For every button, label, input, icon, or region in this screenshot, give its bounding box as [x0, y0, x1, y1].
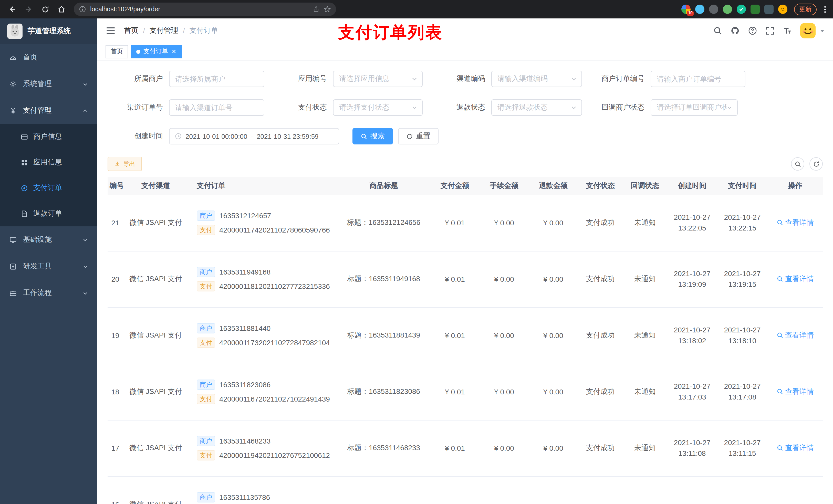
- cell-fee: ¥ 0.00: [479, 195, 529, 251]
- breadcrumb-separator: /: [183, 27, 185, 35]
- extension-icon-8[interactable]: [778, 5, 787, 14]
- close-icon[interactable]: [171, 49, 177, 54]
- filter-create-time: 创建时间 2021-10-01 00:00:00 - 2021-10-31 23…: [108, 128, 339, 144]
- cell-title: [337, 476, 430, 504]
- sidebar-item-app-info[interactable]: 应用信息: [0, 149, 97, 175]
- pay-status-select[interactable]: 请选择支付状态: [333, 99, 423, 116]
- cell-notify: [623, 476, 667, 504]
- breadcrumb: 首页 / 支付管理 / 支付订单: [124, 26, 218, 35]
- extension-icon-5[interactable]: [737, 5, 746, 14]
- col-status: 支付状态: [578, 177, 623, 195]
- refund-status-select[interactable]: 请选择退款状态: [491, 99, 582, 116]
- browser-menu-button[interactable]: [822, 4, 828, 15]
- channel-order-no-input[interactable]: [169, 99, 264, 116]
- refresh-table-button[interactable]: [809, 157, 823, 171]
- help-icon[interactable]: [748, 26, 757, 35]
- channel-code-select[interactable]: 请输入渠道编码: [491, 71, 582, 87]
- search-button[interactable]: 搜索: [353, 128, 393, 144]
- merchant-tag: 商户: [197, 492, 215, 502]
- sidebar-item-system[interactable]: 系统管理: [0, 71, 97, 97]
- merchant-order-no-input[interactable]: [651, 71, 745, 87]
- browser-update-button[interactable]: 更新: [794, 3, 817, 15]
- breadcrumb-item-pay[interactable]: 支付管理: [149, 26, 178, 35]
- hamburger-icon[interactable]: [105, 26, 116, 36]
- cell-create-time: 2021-10-2713:22:05: [667, 195, 717, 251]
- view-detail-link[interactable]: 查看详情: [777, 331, 814, 340]
- user-avatar[interactable]: [800, 23, 815, 39]
- app-logo-row[interactable]: 芋道管理系统: [0, 19, 97, 44]
- merchant-tag: 商户: [197, 380, 215, 390]
- view-detail-link[interactable]: 查看详情: [777, 274, 814, 284]
- share-icon[interactable]: [312, 6, 320, 13]
- sidebar-submenu-pay: 商户信息 应用信息 支付订单 退款订单: [0, 124, 97, 226]
- gear-icon: [9, 80, 17, 88]
- sidebar-item-infra[interactable]: 基础设施: [0, 226, 97, 253]
- extension-icon-1[interactable]: 10: [681, 5, 691, 14]
- extension-icon-4[interactable]: [723, 5, 732, 14]
- reset-button[interactable]: 重置: [398, 128, 438, 144]
- github-icon[interactable]: [731, 26, 740, 35]
- cell-amount: ¥ 0.01: [430, 195, 479, 251]
- sidebar-item-pay[interactable]: 支付管理: [0, 97, 97, 124]
- chevron-down-icon: [571, 76, 577, 82]
- cell-notify: 未通知: [623, 420, 667, 476]
- pay-order-no: 4200001167202110271022491439: [219, 395, 330, 403]
- briefcase-icon: [9, 289, 17, 297]
- browser-refresh-button[interactable]: [38, 2, 52, 16]
- toggle-search-button[interactable]: [791, 157, 804, 171]
- cell-order: 商户1635312124657 支付4200001174202110278060…: [189, 195, 337, 251]
- browser-back-button[interactable]: [5, 2, 20, 16]
- notify-status-select[interactable]: 请选择订单回调商户状态: [651, 99, 738, 116]
- sidebar-item-devtools[interactable]: 研发工具: [0, 253, 97, 280]
- browser-forward-button[interactable]: [22, 2, 36, 16]
- cell-action: 查看详情: [767, 420, 823, 476]
- app-no-select[interactable]: 请选择应用信息: [333, 71, 423, 87]
- sidebar-item-merchant-info[interactable]: 商户信息: [0, 124, 97, 149]
- caret-down-icon[interactable]: [820, 28, 825, 33]
- browser-home-button[interactable]: [54, 2, 69, 16]
- filter-label: 支付状态: [271, 103, 333, 112]
- view-detail-link[interactable]: 查看详情: [777, 387, 814, 397]
- cell-title: 标题：1635311881439: [337, 307, 430, 364]
- view-detail-link[interactable]: 查看详情: [777, 218, 814, 227]
- extension-icon-3[interactable]: [709, 5, 718, 14]
- pay-tag: 支付: [197, 394, 215, 404]
- cell-create-time: 2021-10-2713:19:09: [667, 251, 717, 307]
- merchant-input[interactable]: [169, 71, 264, 87]
- pay-tag: 支付: [197, 281, 215, 291]
- fullscreen-icon[interactable]: [765, 26, 775, 35]
- table-row-partial: 16 微信 JSAPI 支付 商户1635311135786 支付: [108, 476, 823, 504]
- search-icon: [361, 133, 367, 140]
- tab-home[interactable]: 首页: [105, 45, 128, 58]
- address-bar[interactable]: localhost:1024/pay/order: [74, 3, 336, 16]
- cell-status: [578, 476, 623, 504]
- select-placeholder: 请选择订单回调商户状态: [657, 103, 727, 112]
- breadcrumb-item-home[interactable]: 首页: [124, 26, 138, 35]
- extension-icon-7[interactable]: [764, 5, 774, 14]
- sidebar-item-refund-order[interactable]: 退款订单: [0, 201, 97, 226]
- sidebar-item-pay-order[interactable]: 支付订单: [0, 175, 97, 201]
- merchant-tag: 商户: [197, 323, 215, 333]
- sidebar-item-label: 工作流程: [23, 288, 52, 297]
- chevron-down-icon: [82, 264, 88, 269]
- font-size-icon[interactable]: [783, 26, 792, 35]
- cell-refund: ¥ 0.00: [529, 307, 578, 364]
- cell-create-time: 2021-10-2713:18:02: [667, 307, 717, 364]
- bookmark-star-icon[interactable]: [324, 6, 331, 13]
- cell-action: [767, 476, 823, 504]
- extension-icon-6[interactable]: [751, 5, 760, 14]
- tab-pay-order[interactable]: 支付订单: [131, 45, 182, 58]
- sidebar-item-home[interactable]: 首页: [0, 44, 97, 71]
- create-time-range-picker[interactable]: 2021-10-01 00:00:00 - 2021-10-31 23:59:5…: [169, 128, 339, 144]
- sidebar-item-workflow[interactable]: 工作流程: [0, 280, 97, 306]
- cell-action: 查看详情: [767, 195, 823, 251]
- export-button[interactable]: 导出: [108, 157, 142, 171]
- chevron-down-icon: [411, 76, 418, 82]
- col-create-time: 创建时间: [667, 177, 717, 195]
- filter-channel-code: 渠道编码 请输入渠道编码: [430, 71, 582, 87]
- range-start: 2021-10-01 00:00:00: [186, 133, 247, 140]
- search-icon[interactable]: [713, 26, 722, 35]
- extension-icon-2[interactable]: [695, 5, 705, 14]
- view-detail-link[interactable]: 查看详情: [777, 443, 814, 453]
- back-icon: [8, 5, 16, 13]
